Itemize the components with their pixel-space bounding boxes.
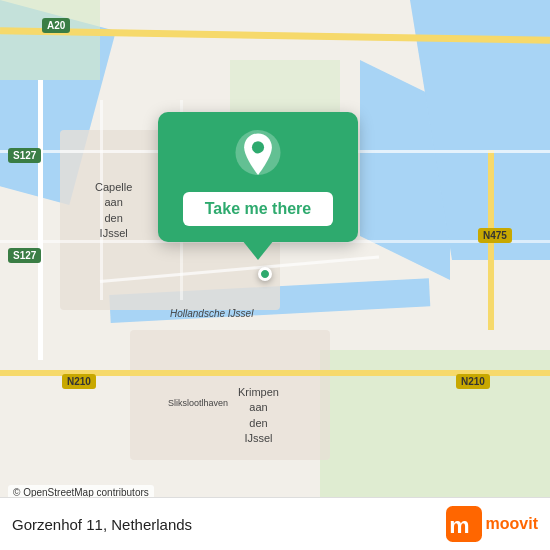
- moovit-text: moovit: [486, 515, 538, 533]
- badge-n210-bot-right: N210: [456, 374, 490, 389]
- take-me-there-button[interactable]: Take me there: [183, 192, 333, 226]
- svg-point-1: [252, 141, 264, 153]
- svg-text:m: m: [449, 512, 469, 538]
- urban-2: [130, 330, 330, 460]
- green-1: [0, 0, 100, 80]
- road-s127: [38, 80, 43, 360]
- road-local-3: [100, 100, 103, 300]
- badge-s127-top: S127: [8, 148, 41, 163]
- moovit-logo: m moovit: [446, 506, 538, 542]
- popup-card: Take me there: [158, 112, 358, 242]
- location-pin-icon: [232, 130, 284, 182]
- moovit-logo-icon: m: [446, 506, 482, 542]
- badge-n475: N475: [478, 228, 512, 243]
- location-name: Gorzenhof 11, Netherlands: [12, 516, 192, 533]
- badge-s127-mid: S127: [8, 248, 41, 263]
- badge-a20: A20: [42, 18, 70, 33]
- map-pin-dot: [258, 267, 272, 281]
- badge-n210-bot-left: N210: [62, 374, 96, 389]
- bottom-bar: Gorzenhof 11, Netherlands m moovit: [0, 497, 550, 550]
- map-container: A20 S127 S127 N475 N210 N210 Capelleaand…: [0, 0, 550, 550]
